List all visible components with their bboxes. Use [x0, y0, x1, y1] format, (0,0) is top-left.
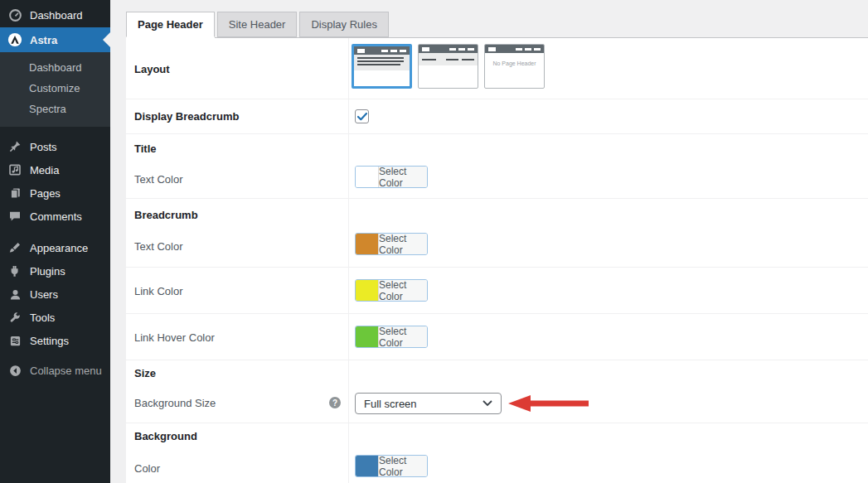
- layout-options: No Page Header: [352, 44, 545, 89]
- background-size-dropdown[interactable]: Full screen: [355, 393, 502, 414]
- color-swatch: [356, 456, 378, 476]
- menu-separator: [0, 228, 110, 236]
- sidebar-item-posts[interactable]: Posts: [0, 135, 110, 158]
- pushpin-icon: [7, 139, 22, 154]
- setting-row-display-breadcrumb: Display Breadcrumb: [126, 99, 868, 134]
- chevron-down-icon: [482, 400, 492, 407]
- background-size-value: Full screen: [364, 398, 482, 410]
- title-text-color-label: Text Color: [134, 173, 183, 186]
- background-color-label: Color: [134, 462, 160, 475]
- display-breadcrumb-checkbox[interactable]: [355, 109, 369, 123]
- sidebar-item-label: Users: [30, 288, 58, 301]
- setting-row-link-hover-color: Link Hover Color Select Color: [126, 314, 868, 360]
- dashboard-icon: [7, 7, 22, 22]
- setting-section-breadcrumb: Breadcrumb Text Color Select Color: [126, 199, 868, 268]
- setting-section-size: Size Background Size ? Full screen: [126, 360, 868, 423]
- menu-separator: [0, 127, 110, 135]
- title-section-heading: Title: [134, 142, 157, 155]
- color-swatch: [356, 280, 378, 301]
- layout-option-none[interactable]: No Page Header: [484, 44, 545, 89]
- collapse-arrow-icon: [7, 363, 22, 378]
- submenu-item-customize[interactable]: Customize: [0, 78, 110, 99]
- thumb-header-band: [419, 53, 478, 65]
- thumb-browser-bar: [354, 46, 410, 55]
- color-swatch: [356, 326, 378, 347]
- select-color-button[interactable]: Select Color: [378, 234, 427, 254]
- select-color-button[interactable]: Select Color: [378, 280, 427, 301]
- admin-sidebar: Dashboard Astra Dashboard Customize Spec…: [0, 0, 110, 483]
- thumb-header-band: [354, 55, 410, 70]
- layout-option-inline[interactable]: [418, 44, 478, 89]
- collapse-menu-button[interactable]: Collapse menu: [0, 359, 110, 382]
- setting-row-link-color: Link Color Select Color: [126, 268, 868, 314]
- thumb-browser-bar: [419, 45, 478, 53]
- select-color-button[interactable]: Select Color: [378, 456, 427, 476]
- layout-label: Layout: [134, 63, 170, 75]
- sidebar-item-astra[interactable]: Astra: [0, 27, 110, 52]
- sidebar-item-label: Media: [30, 164, 59, 176]
- wrench-icon: [7, 310, 22, 325]
- title-text-color-picker[interactable]: Select Color: [355, 166, 428, 188]
- breadcrumb-text-color-label: Text Color: [134, 240, 183, 253]
- sidebar-item-label: Comments: [30, 210, 82, 223]
- sidebar-item-label: Tools: [30, 312, 55, 324]
- menu-separator: [0, 352, 110, 359]
- collapse-menu-label: Collapse menu: [30, 365, 102, 377]
- red-annotation-arrow: [508, 394, 589, 413]
- sidebar-item-label: Dashboard: [30, 9, 83, 22]
- breadcrumb-text-color-picker[interactable]: Select Color: [355, 233, 428, 255]
- sidebar-item-label: Astra: [30, 34, 57, 46]
- sidebar-item-media[interactable]: Media: [0, 158, 110, 181]
- sidebar-item-comments[interactable]: Comments: [0, 205, 110, 228]
- sidebar-item-label: Settings: [30, 335, 69, 347]
- link-hover-color-label: Link Hover Color: [134, 331, 215, 344]
- no-page-header-text: No Page Header: [485, 60, 544, 66]
- active-item-arrow: [103, 32, 110, 47]
- sidebar-item-users[interactable]: Users: [0, 283, 110, 306]
- comment-icon: [7, 209, 22, 224]
- sidebar-item-pages[interactable]: Pages: [0, 181, 110, 205]
- sidebar-item-settings[interactable]: Settings: [0, 329, 110, 352]
- sidebar-item-dashboard[interactable]: Dashboard: [0, 2, 110, 27]
- tab-page-header[interactable]: Page Header: [126, 12, 215, 37]
- sidebar-item-label: Appearance: [30, 242, 88, 254]
- background-color-picker[interactable]: Select Color: [355, 455, 428, 477]
- sidebar-item-appearance[interactable]: Appearance: [0, 236, 110, 259]
- size-section-heading: Size: [134, 367, 156, 379]
- page-header-settings-panel: Layout No Page Header: [126, 37, 868, 483]
- checkmark-icon: [357, 113, 367, 121]
- user-icon: [7, 287, 22, 302]
- astra-logo-icon: [7, 32, 22, 47]
- appearance-brush-icon: [7, 240, 22, 255]
- settings-icon: [7, 333, 22, 348]
- link-hover-color-picker[interactable]: Select Color: [355, 326, 428, 348]
- select-color-button[interactable]: Select Color: [378, 167, 427, 187]
- help-icon[interactable]: ?: [329, 397, 341, 408]
- background-section-heading: Background: [134, 430, 197, 442]
- sidebar-item-label: Posts: [30, 141, 57, 153]
- display-breadcrumb-label: Display Breadcrumb: [134, 110, 239, 123]
- settings-tabbar: Page Header Site Header Display Rules: [126, 12, 391, 37]
- breadcrumb-section-heading: Breadcrumb: [134, 209, 198, 221]
- background-size-label: Background Size: [134, 397, 216, 409]
- plugin-icon: [7, 263, 22, 278]
- media-icon: [7, 162, 22, 177]
- sidebar-item-label: Plugins: [30, 265, 65, 278]
- submenu-item-spectra[interactable]: Spectra: [0, 99, 110, 119]
- submenu-item-dashboard[interactable]: Dashboard: [0, 57, 110, 78]
- color-swatch: [356, 234, 378, 254]
- thumb-browser-bar: [485, 45, 544, 53]
- setting-section-title: Title Text Color Select Color: [126, 134, 868, 199]
- tab-site-header[interactable]: Site Header: [217, 12, 298, 37]
- select-color-button[interactable]: Select Color: [378, 326, 427, 347]
- layout-option-centered[interactable]: [352, 44, 412, 89]
- sidebar-item-label: Pages: [30, 187, 61, 200]
- color-swatch: [356, 167, 378, 187]
- setting-row-layout: Layout No Page Header: [126, 38, 868, 99]
- link-color-picker[interactable]: Select Color: [355, 279, 428, 302]
- sidebar-item-tools[interactable]: Tools: [0, 306, 110, 329]
- tab-display-rules[interactable]: Display Rules: [299, 12, 388, 37]
- link-color-label: Link Color: [134, 285, 183, 297]
- pages-icon: [7, 186, 22, 200]
- sidebar-item-plugins[interactable]: Plugins: [0, 259, 110, 283]
